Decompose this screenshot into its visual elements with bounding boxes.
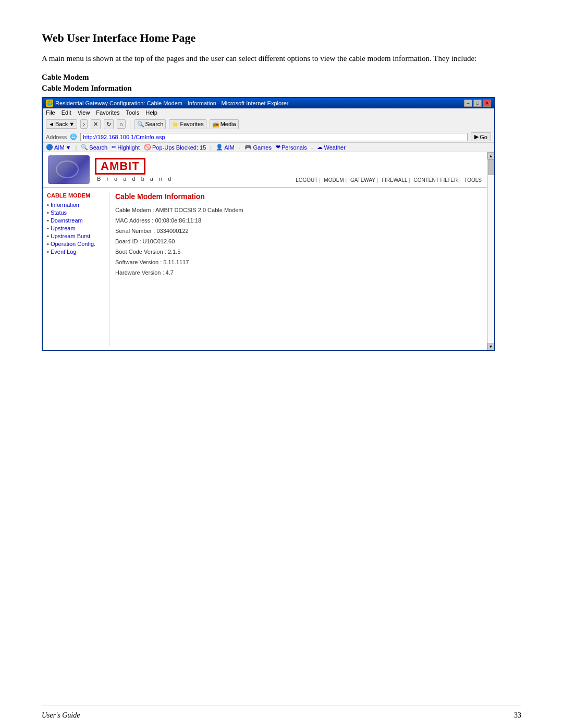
aim-link[interactable]: 👤 AIM (216, 144, 235, 151)
go-button[interactable]: ▶ Go (471, 132, 491, 141)
nav-gateway[interactable]: GATEWAY (350, 177, 375, 183)
popups-link[interactable]: 🚫 Pop-Ups Blocked: 15 (144, 144, 206, 151)
info-row-software: Software Version : 5.11.1117 (115, 259, 483, 265)
toolbar-sep-1 (130, 119, 130, 129)
main-content: Cable Modem Information Cable Modem : AM… (109, 192, 483, 346)
nav-firewall[interactable]: FIREWALL (382, 177, 407, 183)
sidebar-section-title: CABLE MODEM (47, 192, 104, 199)
broadband-text: B r o a d b a n d (95, 176, 173, 182)
aim-button[interactable]: 🔵 AIM ▼ (46, 144, 71, 151)
minimize-button[interactable]: – (464, 100, 472, 107)
browser-content: AMBIT B r o a d b a n d LOGOUT | MODEM |… (43, 152, 494, 350)
menu-help[interactable]: Help (145, 109, 157, 116)
scrollbar-track (488, 159, 494, 343)
browser-icon: 🌐 (46, 100, 53, 107)
menu-edit[interactable]: Edit (62, 109, 71, 116)
search-link[interactable]: 🔍 Search (81, 144, 107, 151)
info-row-boot: Boot Code Version : 2.1.5 (115, 249, 483, 255)
ambit-header: AMBIT B r o a d b a n d LOGOUT | MODEM |… (43, 152, 487, 188)
aim-link-icon: 👤 (216, 144, 223, 151)
browser-toolbar: ◄ Back ▼ › ✕ ↻ ⌂ 🔍 Search ⭐ Favorites 📻 … (43, 117, 494, 131)
titlebar-controls: – □ ✕ (464, 100, 491, 107)
menu-view[interactable]: View (78, 109, 90, 116)
nav-tools[interactable]: TOOLS (464, 177, 482, 183)
browser-window: 🌐 Residential Gateway Configuration: Cab… (42, 97, 495, 351)
games-icon: 🎮 (244, 144, 252, 151)
info-row-serial: Serial Number : 0334000122 (115, 228, 483, 234)
stop-button[interactable]: ✕ (91, 119, 101, 129)
search-glass-icon: 🔍 (81, 144, 88, 151)
sidebar-item-upstream[interactable]: Upstream (47, 225, 104, 231)
media-button[interactable]: 📻 Media (210, 119, 239, 129)
sidebar-item-event-log[interactable]: Event Log (47, 249, 104, 255)
sidebar-item-upstream-burst[interactable]: Upstream Burst (47, 233, 104, 239)
menu-file[interactable]: File (46, 109, 55, 116)
nav-modem[interactable]: MODEM (324, 177, 344, 183)
browser-titlebar: 🌐 Residential Gateway Configuration: Cab… (43, 98, 494, 108)
stop-icon: ✕ (93, 121, 98, 128)
info-row-hardware: Hardware Version : 4.7 (115, 269, 483, 276)
browser-menubar: File Edit View Favorites Tools Help (43, 108, 494, 117)
content-layout: CABLE MODEM Information Status Downstrea… (43, 188, 487, 350)
close-button[interactable]: ✕ (483, 100, 491, 107)
top-nav: LOGOUT | MODEM | GATEWAY | FIREWALL | CO… (293, 177, 482, 184)
dropdown-arrow-icon: ▼ (66, 144, 71, 151)
nav-sep-1: | (319, 177, 322, 183)
forward-arrow-icon: › (83, 121, 85, 127)
back-button[interactable]: ◄ Back ▼ (46, 119, 77, 129)
browser-addressbar: Address 🌐 ▶ Go (43, 131, 494, 143)
ambit-logo: AMBIT B r o a d b a n d (95, 158, 173, 182)
browser-scrollbar: ▲ ▼ (487, 152, 494, 350)
home-icon: ⌂ (119, 121, 123, 127)
home-button[interactable]: ⌂ (117, 119, 126, 129)
address-icon: 🌐 (70, 133, 77, 140)
footer-page-number: 33 (514, 711, 521, 720)
sidebar-item-downstream[interactable]: Downstream (47, 217, 104, 224)
section-heading-2: Cable Modem Information (42, 84, 521, 93)
page-intro: A main menu is shown at the top of the p… (42, 52, 521, 65)
games-link[interactable]: 🎮 Games (244, 144, 271, 151)
footer-guide-text: User's Guide (42, 711, 80, 720)
browser-links-toolbar: 🔵 AIM ▼ | 🔍 Search ✏ Highlight 🚫 Pop-Ups… (43, 143, 494, 152)
nav-content-filter[interactable]: CONTENT FILTER (413, 177, 458, 183)
highlight-icon: ✏ (112, 144, 116, 151)
refresh-button[interactable]: ↻ (104, 119, 114, 129)
personals-link[interactable]: ❤ Personals (276, 144, 307, 151)
favorites-star-icon: ⭐ (172, 121, 179, 128)
menu-favorites[interactable]: Favorites (96, 109, 119, 116)
page-title: Web User Interface Home Page (42, 31, 521, 45)
nav-sep-2: | (345, 177, 348, 183)
info-row-mac: MAC Address : 00:08:0e:86:11:18 (115, 217, 483, 224)
restore-button[interactable]: □ (473, 100, 482, 107)
info-row-board: Board ID : U10C012.60 (115, 238, 483, 244)
media-icon: 📻 (212, 121, 219, 128)
search-button[interactable]: 🔍 Search (134, 119, 166, 129)
search-icon: 🔍 (137, 121, 144, 128)
popups-icon: 🚫 (144, 144, 151, 151)
back-arrow-icon: ◄ (48, 121, 54, 127)
address-label: Address (46, 134, 67, 140)
links-sep-4: - (311, 144, 313, 151)
refresh-icon: ↻ (106, 121, 111, 128)
sidebar-item-information[interactable]: Information (47, 202, 104, 208)
nav-logout[interactable]: LOGOUT (296, 177, 317, 183)
weather-icon: ☁ (317, 144, 323, 151)
scrollbar-up-arrow[interactable]: ▲ (487, 152, 495, 159)
highlight-link[interactable]: ✏ Highlight (112, 144, 140, 151)
personals-icon: ❤ (276, 144, 280, 151)
menu-tools[interactable]: Tools (126, 109, 140, 116)
weather-link[interactable]: ☁ Weather (317, 144, 345, 151)
nav-sep-4: | (409, 177, 411, 183)
sidebar-item-status[interactable]: Status (47, 209, 104, 216)
links-sep-3: - (239, 144, 241, 151)
links-sep-1: | (75, 144, 77, 151)
scrollbar-down-arrow[interactable]: ▼ (487, 343, 495, 350)
address-input[interactable] (80, 133, 468, 141)
sidebar-item-operation-config[interactable]: Operation Config. (47, 241, 104, 247)
scrollbar-thumb[interactable] (488, 159, 494, 175)
favorites-button[interactable]: ⭐ Favorites (169, 119, 206, 129)
forward-button[interactable]: › (80, 119, 88, 129)
nav-sep-5: | (459, 177, 462, 183)
sidebar: CABLE MODEM Information Status Downstrea… (47, 192, 109, 346)
links-sep-2: | (210, 144, 212, 151)
